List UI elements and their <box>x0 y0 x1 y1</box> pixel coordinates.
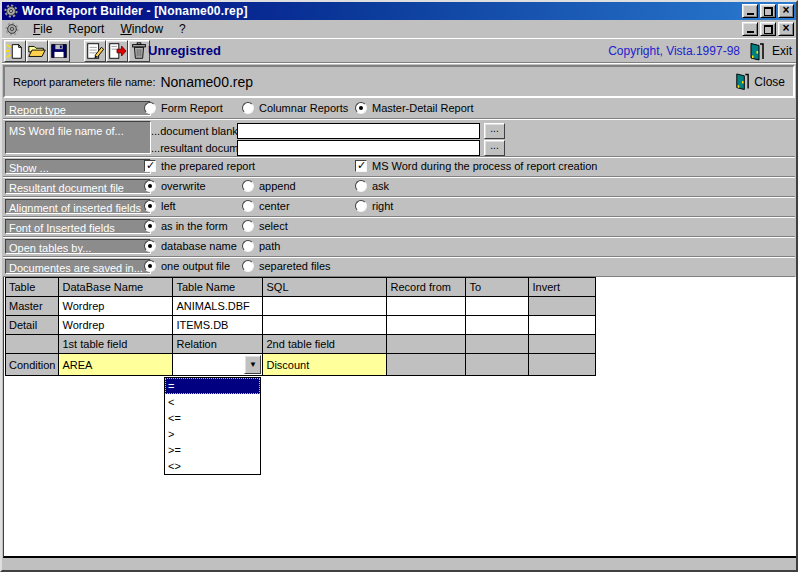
mdi-child-gear-icon[interactable] <box>5 22 19 36</box>
radio-icon[interactable] <box>144 220 156 232</box>
radio-ask[interactable]: ask <box>355 180 389 192</box>
radio-icon[interactable] <box>242 220 254 232</box>
menu-help[interactable]: ? <box>171 20 194 38</box>
checkbox-prepared-report[interactable]: the prepared report <box>144 160 255 172</box>
condition-field1-cell[interactable]: AREA <box>59 354 173 376</box>
checkbox-msword-process[interactable]: MS Word during the process of report cre… <box>355 160 597 172</box>
relation-combobox[interactable]: ▼ <box>173 354 263 376</box>
app-window: Word Report Builder - [Noname00.rep] × F… <box>0 0 798 572</box>
radio-append[interactable]: append <box>242 180 296 192</box>
checkbox-icon[interactable] <box>144 160 156 172</box>
resultant-document-label: ...resultant document <box>151 142 235 154</box>
radio-label: append <box>259 180 296 192</box>
edit-report-button[interactable] <box>84 40 106 62</box>
radio-as-in-form[interactable]: as in the form <box>144 220 228 232</box>
master-record-from-cell[interactable] <box>387 297 466 316</box>
dropdown-option-less[interactable]: < <box>165 394 260 410</box>
open-report-button[interactable] <box>26 40 48 62</box>
master-invert-cell[interactable] <box>529 297 596 316</box>
minimize-button[interactable] <box>742 4 758 18</box>
detail-database-cell[interactable]: Wordrep <box>59 316 173 335</box>
detail-to-cell[interactable] <box>466 316 529 335</box>
radio-icon[interactable] <box>144 260 156 272</box>
browse-resultant-button[interactable]: ... <box>484 140 505 156</box>
detail-sql-cell[interactable] <box>263 316 387 335</box>
row-resultant-file: Resultant document file overwrite append… <box>3 178 795 197</box>
save-report-button[interactable] <box>48 40 70 62</box>
menu-file[interactable]: File <box>25 20 60 38</box>
radio-path[interactable]: path <box>242 240 280 252</box>
restore-icon <box>764 7 773 16</box>
radio-label: as in the form <box>161 220 228 232</box>
delete-report-button[interactable] <box>128 40 150 62</box>
browse-blank-button[interactable]: ... <box>484 123 505 139</box>
dropdown-option-equal[interactable]: = <box>165 378 260 394</box>
radio-icon[interactable] <box>242 102 254 114</box>
radio-icon[interactable] <box>144 180 156 192</box>
report-type-label: Report type <box>5 101 151 116</box>
close-button[interactable]: × <box>778 4 794 18</box>
mdi-close-button[interactable]: × <box>778 22 794 36</box>
radio-right[interactable]: right <box>355 200 393 212</box>
header-1st-table-field: 1st table field <box>59 335 173 354</box>
radio-icon[interactable] <box>355 102 367 114</box>
combobox-dropdown-button[interactable]: ▼ <box>244 355 261 374</box>
run-export-button[interactable] <box>106 40 128 62</box>
header-2nd-table-field: 2nd table field <box>263 335 387 354</box>
radio-master-detail-report[interactable]: Master-Detail Report <box>355 102 473 114</box>
condition-field2-cell[interactable]: Discount <box>263 354 387 376</box>
dropdown-option-less-equal[interactable]: <= <box>165 410 260 426</box>
row-alignment: Alignment of inserted fields left center… <box>3 198 795 217</box>
radio-left[interactable]: left <box>144 200 176 212</box>
detail-row-label: Detail <box>6 316 59 335</box>
radio-columnar-reports[interactable]: Columnar Reports <box>242 102 348 114</box>
resultant-document-input[interactable] <box>237 140 480 156</box>
radio-icon[interactable] <box>242 180 254 192</box>
master-database-cell[interactable]: Wordrep <box>59 297 173 316</box>
exit-door-icon[interactable] <box>747 42 765 61</box>
radio-overwrite[interactable]: overwrite <box>144 180 206 192</box>
radio-icon[interactable] <box>355 180 367 192</box>
mdi-restore-button[interactable] <box>760 22 776 36</box>
menu-window[interactable]: Window <box>112 20 171 38</box>
dropdown-option-greater-equal[interactable]: >= <box>165 442 260 458</box>
radio-icon[interactable] <box>242 260 254 272</box>
master-sql-cell[interactable] <box>263 297 387 316</box>
master-table-name-cell[interactable]: ANIMALS.DBF <box>173 297 263 316</box>
menu-report[interactable]: Report <box>60 20 112 38</box>
radio-icon[interactable] <box>144 200 156 212</box>
mdi-minimize-button[interactable] <box>742 22 758 36</box>
tables-grid-area: Table DataBase Name Table Name SQL Recor… <box>3 277 797 558</box>
detail-record-from-cell[interactable] <box>387 316 466 335</box>
radio-label: left <box>161 200 176 212</box>
new-report-button[interactable] <box>4 40 26 62</box>
radio-icon[interactable] <box>355 200 367 212</box>
checkbox-label: the prepared report <box>161 160 255 172</box>
close-door-icon[interactable] <box>733 72 750 91</box>
report-params-bar: Report parameters file name: Noname00.re… <box>3 65 795 98</box>
checkbox-icon[interactable] <box>355 160 367 172</box>
radio-icon[interactable] <box>242 200 254 212</box>
chevron-down-icon: ▼ <box>249 360 257 369</box>
close-report-button[interactable]: Close <box>754 75 785 89</box>
radio-database-name[interactable]: database name <box>144 240 237 252</box>
detail-table-name-cell[interactable]: ITEMS.DB <box>173 316 263 335</box>
radio-form-report[interactable]: Form Report <box>144 102 223 114</box>
resultant-file-label: Resultant document file <box>5 179 151 194</box>
detail-invert-cell[interactable] <box>529 316 596 335</box>
document-blank-input[interactable] <box>237 123 480 139</box>
radio-icon[interactable] <box>144 240 156 252</box>
radio-separated-files[interactable]: separeted files <box>242 260 331 272</box>
radio-one-output-file[interactable]: one output file <box>144 260 230 272</box>
radio-icon[interactable] <box>242 240 254 252</box>
dropdown-option-greater[interactable]: > <box>165 426 260 442</box>
restore-button[interactable] <box>760 4 776 18</box>
menu-bar: File Report Window ? × <box>2 20 796 38</box>
master-to-cell[interactable] <box>466 297 529 316</box>
document-blank-label: ...document blank <box>151 125 235 137</box>
radio-icon[interactable] <box>144 102 156 114</box>
radio-select-font[interactable]: select <box>242 220 288 232</box>
dropdown-option-not-equal[interactable]: <> <box>165 458 260 474</box>
exit-button[interactable]: Exit <box>772 44 792 58</box>
radio-center[interactable]: center <box>242 200 290 212</box>
